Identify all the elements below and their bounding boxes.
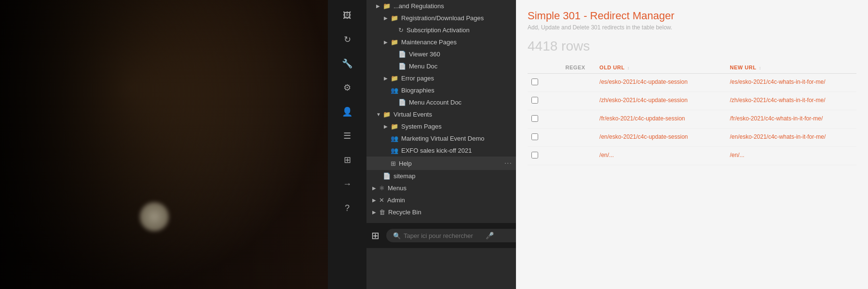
nav-item-sitemap[interactable]: 📄 sitemap <box>366 170 516 182</box>
nav-tree-panel: ▶ 📁 ...and Regulations ▶ 📁 Registration/… <box>366 0 516 289</box>
old-url-cell[interactable]: /zh/esko-2021/c4c-update-session <box>596 92 726 110</box>
nav-item-reg-download[interactable]: ▶ 📁 Registration/Download Pages <box>366 12 516 24</box>
old-url-link[interactable]: /zh/esko-2021/c4c-update-session <box>599 97 688 104</box>
admin-icon: ✕ <box>379 197 384 204</box>
col-old-url-header[interactable]: OLD URL ↕ <box>596 62 726 74</box>
nav-item-virtual-events[interactable]: ▼ 📁 Virtual Events <box>366 108 516 120</box>
new-url-link[interactable]: /en/... <box>730 152 745 158</box>
old-url-cell[interactable]: /es/esko-2021/c4c-update-session <box>596 74 726 92</box>
row-checkbox[interactable] <box>531 152 538 158</box>
table-row: /zh/esko-2021/c4c-update-session /zh/esk… <box>528 92 856 110</box>
taskbar-search-box[interactable]: 🔍 🎤 <box>386 229 516 242</box>
row-checkbox-cell[interactable] <box>528 92 562 110</box>
redirect-table: REGEX OLD URL ↕ NEW URL ↕ /es/esko-2021/… <box>528 62 856 165</box>
old-url-cell[interactable]: /en/esko-2021/c4c-update-session <box>596 129 726 147</box>
nav-item-viewer360[interactable]: 📄 Viewer 360 <box>366 48 516 60</box>
new-url-link[interactable]: /en/esko-2021/c4c-whats-in-it-for-me/ <box>730 133 826 140</box>
old-url-cell[interactable]: /en/... <box>596 147 726 165</box>
sort-icon: ↕ <box>627 66 630 70</box>
sidebar: 🖼 ↻ 🔧 ⚙ 👤 ☰ ⊞ → ? <box>328 0 366 289</box>
nav-item-menu-acct-doc[interactable]: 📄 Menu Account Doc <box>366 96 516 108</box>
row-checkbox[interactable] <box>531 97 538 104</box>
new-url-cell[interactable]: /es/esko-2021/c4c-whats-in-it-for-me/ <box>726 74 856 92</box>
arrow-icon: ▶ <box>384 15 389 21</box>
sort-icon: ↕ <box>759 66 761 70</box>
row-checkbox[interactable] <box>531 115 538 122</box>
arrow-icon: ▶ <box>384 124 389 129</box>
nav-item-mktg-virtual[interactable]: 👥 Marketing Virtual Event Demo <box>366 132 516 144</box>
nav-item-recycle-bin[interactable]: ▶ 🗑 Recycle Bin <box>366 206 516 218</box>
grid-icon[interactable]: ⊞ <box>337 149 358 171</box>
old-url-link[interactable]: /fr/esko-2021/c4c-update-session <box>599 115 685 122</box>
page-icon: 📄 <box>383 172 391 180</box>
arrow-icon: ▶ <box>376 3 381 9</box>
row-checkbox-cell[interactable] <box>528 147 562 165</box>
nav-item-menus[interactable]: ▶ ⚛ Menus <box>366 182 516 194</box>
old-url-cell[interactable]: /fr/esko-2021/c4c-update-session <box>596 110 726 129</box>
blurred-object <box>140 202 169 231</box>
regex-cell <box>562 74 596 92</box>
main-content: Simple 301 - Redirect Manager Add, Updat… <box>516 0 868 289</box>
mic-icon: 🎤 <box>486 232 494 239</box>
folder-icon: 📁 <box>391 75 398 82</box>
folder-icon: 📁 <box>391 123 398 130</box>
arrow-icon: ▶ <box>372 197 377 203</box>
row-checkbox-cell[interactable] <box>528 110 562 129</box>
question-icon[interactable]: ? <box>337 197 358 219</box>
new-url-link[interactable]: /es/esko-2021/c4c-whats-in-it-for-me/ <box>730 79 826 85</box>
row-checkbox-cell[interactable] <box>528 129 562 147</box>
folder-icon: 📁 <box>391 39 398 46</box>
nav-item-maintenance[interactable]: ▶ 📁 Maintenance Pages <box>366 36 516 48</box>
event-icon: 👥 <box>391 135 398 142</box>
more-dots-icon[interactable]: ··· <box>504 159 512 168</box>
new-url-cell[interactable]: /en/esko-2021/c4c-whats-in-it-for-me/ <box>726 129 856 147</box>
arrow-down-icon: ▼ <box>376 112 381 117</box>
nav-item-system-pages[interactable]: ▶ 📁 System Pages <box>366 120 516 132</box>
nav-item-exfo-sales[interactable]: 👥 EXFO sales kick-off 2021 <box>366 144 516 157</box>
regex-cell <box>562 110 596 129</box>
arrow-icon: ▶ <box>372 185 377 191</box>
arrow-icon: ▶ <box>372 210 377 215</box>
refresh-icon[interactable]: ↻ <box>337 29 358 50</box>
table-row: /en/esko-2021/c4c-update-session /en/esk… <box>528 129 856 147</box>
taskbar: ⊞ 🔍 🎤 ⧉ e <box>366 223 516 248</box>
old-url-link[interactable]: /en/... <box>599 152 614 158</box>
media-icon[interactable]: 🖼 <box>337 5 358 26</box>
old-url-link[interactable]: /en/esko-2021/c4c-update-session <box>599 133 688 140</box>
row-checkbox[interactable] <box>531 79 538 85</box>
folder-open-icon: 📁 <box>383 111 391 118</box>
new-url-link[interactable]: /fr/esko-2021/c4c-whats-in-it-for-me/ <box>730 115 823 122</box>
row-checkbox-cell[interactable] <box>528 74 562 92</box>
user-icon[interactable]: 👤 <box>337 101 358 122</box>
table-row: /es/esko-2021/c4c-update-session /es/esk… <box>528 74 856 92</box>
nav-item-error-pages[interactable]: ▶ 📁 Error pages <box>366 72 516 84</box>
regex-cell <box>562 92 596 110</box>
col-regex-header: REGEX <box>562 62 596 74</box>
new-url-cell[interactable]: /en/... <box>726 147 856 165</box>
search-icon: 🔍 <box>393 232 401 239</box>
background-photo <box>0 0 328 289</box>
grid-icon: ⊞ <box>391 160 396 167</box>
col-new-url-header[interactable]: NEW URL ↕ <box>726 62 856 74</box>
arrow-right-icon[interactable]: → <box>337 173 358 195</box>
new-url-link[interactable]: /zh/esko-2021/c4c-whats-in-it-for-me/ <box>730 97 826 104</box>
nav-item-biographies[interactable]: 👥 Biographies <box>366 84 516 96</box>
page-icon: 📄 <box>398 51 406 58</box>
nav-item-sub-activation[interactable]: ↻ Subscription Activation <box>366 24 516 36</box>
nav-item-rules-regs[interactable]: ▶ 📁 ...and Regulations <box>366 0 516 12</box>
new-url-cell[interactable]: /fr/esko-2021/c4c-whats-in-it-for-me/ <box>726 110 856 129</box>
taskbar-search-input[interactable] <box>404 232 481 239</box>
windows-icon[interactable]: ⊞ <box>371 230 380 241</box>
list-icon[interactable]: ☰ <box>337 125 358 146</box>
row-checkbox[interactable] <box>531 133 538 140</box>
nav-item-menu-doc[interactable]: 📄 Menu Doc <box>366 60 516 72</box>
wrench-icon[interactable]: 🔧 <box>337 53 358 74</box>
gear-icon[interactable]: ⚙ <box>337 77 358 98</box>
regex-cell <box>562 147 596 165</box>
table-row: /en/... /en/... <box>528 147 856 165</box>
old-url-link[interactable]: /es/esko-2021/c4c-update-session <box>599 79 688 85</box>
new-url-cell[interactable]: /zh/esko-2021/c4c-whats-in-it-for-me/ <box>726 92 856 110</box>
nav-item-help[interactable]: ⊞ Help ··· <box>366 157 516 170</box>
nav-item-admin[interactable]: ▶ ✕ Admin <box>366 194 516 206</box>
folder-icon: 📁 <box>383 2 391 10</box>
